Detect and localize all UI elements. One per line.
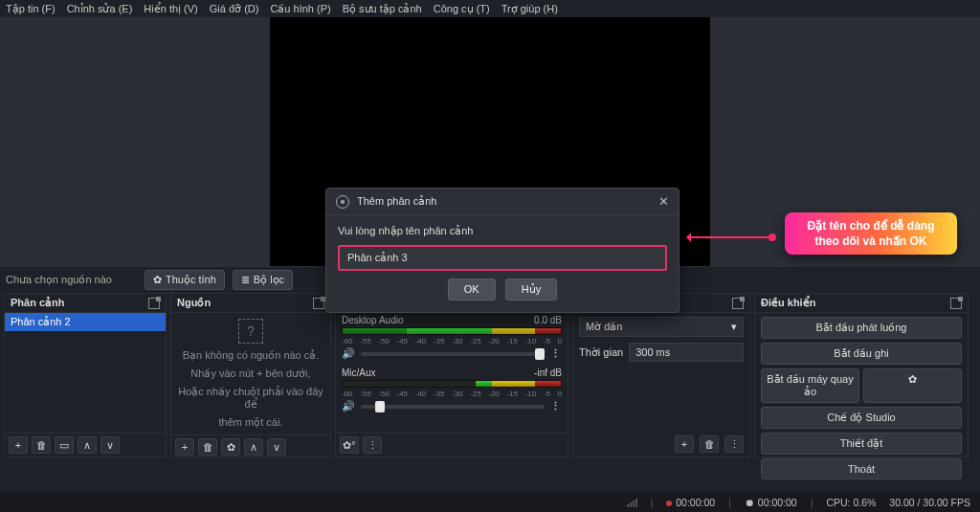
mic-meter [342, 380, 562, 388]
transition-select[interactable]: Mờ dần▾ [579, 317, 744, 337]
source-down-button[interactable]: ∨ [267, 438, 286, 456]
duration-label: Thời gian [579, 346, 623, 359]
cancel-button[interactable]: Hủy [505, 278, 557, 301]
settings-button[interactable]: Thiết đặt [761, 433, 962, 455]
ok-button[interactable]: OK [448, 278, 496, 301]
dialog-prompt: Vui lòng nhập tên phân cảnh [338, 225, 667, 237]
mic-volume-slider[interactable] [361, 405, 545, 409]
popout-icon[interactable] [732, 298, 744, 309]
scene-filters-button[interactable]: ▭ [55, 436, 74, 454]
scene-down-button[interactable]: ∨ [100, 436, 120, 454]
mic-label: Mic/Aux [342, 367, 376, 378]
remove-transition-button[interactable]: 🗑 [700, 435, 719, 453]
desktop-audio-meter [342, 327, 562, 335]
exit-button[interactable]: Thoát [761, 458, 962, 479]
menu-edit[interactable]: Chỉnh sửa (E) [67, 3, 133, 15]
close-button[interactable]: ✕ [658, 194, 669, 209]
obs-icon [336, 195, 349, 209]
desktop-volume-slider[interactable] [361, 352, 545, 356]
rec-time: ⏺ 00:00:00 [745, 497, 797, 508]
menu-scene-collection[interactable]: Bộ sưu tập cảnh [343, 3, 422, 15]
controls-title: Điều khiển [761, 297, 815, 309]
menu-file[interactable]: Tập tin (F) [6, 3, 56, 15]
live-time: 00:00:00 [666, 497, 715, 508]
menubar: Tập tin (F) Chỉnh sửa (E) Hiển thị (V) G… [0, 0, 980, 17]
status-bar: | 00:00:00 | ⏺ 00:00:00 | CPU: 0.6% 30.0… [0, 493, 980, 512]
sources-empty-line: Hoặc nhấy chuột phải vào đây để [177, 386, 324, 411]
start-vcam-button[interactable]: Bắt đầu máy quay ảo [761, 368, 859, 403]
mixer-menu-button[interactable]: ⋮ [363, 436, 382, 454]
network-icon [627, 498, 637, 507]
transitions-panel: Chuyển cảnh Mờ dần▾ Thời gian 300 ms + 🗑… [572, 293, 750, 457]
dialog-title: Thêm phân cảnh [357, 195, 651, 208]
popout-icon[interactable] [148, 298, 160, 309]
add-scene-button[interactable]: + [9, 436, 28, 454]
add-scene-dialog: Thêm phân cảnh ✕ Vui lòng nhập tên phân … [325, 188, 679, 313]
sources-empty: ? Bạn không có nguồn nào cả. Nhấy vào nú… [171, 313, 330, 434]
annotation-arrow [689, 236, 775, 238]
popout-icon[interactable] [950, 298, 962, 309]
mic-db: -inf dB [534, 367, 562, 378]
scene-name-input[interactable]: Phân cảnh 3 [338, 245, 667, 271]
live-dot-icon [666, 501, 672, 506]
cpu-usage: CPU: 0.6% [826, 497, 876, 508]
remove-source-button[interactable]: 🗑 [198, 438, 217, 456]
scenes-title: Phân cảnh [11, 297, 65, 309]
properties-button[interactable]: ✿Thuộc tính [145, 270, 225, 290]
vcam-settings-button[interactable]: ✿ [863, 368, 962, 403]
sources-panel: Nguồn ? Bạn không có nguồn nào cả. Nhấy … [170, 293, 331, 457]
speaker-icon[interactable]: 🔊 [342, 347, 355, 360]
controls-panel: Điều khiển Bắt đầu phát luồng Bắt đầu gh… [754, 293, 969, 457]
popout-icon[interactable] [313, 298, 324, 309]
scenes-panel: Phân cảnh Phân cảnh 2 + 🗑 ▭ ∧ ∨ [4, 293, 167, 457]
menu-view[interactable]: Hiển thị (V) [144, 3, 197, 15]
sources-title: Nguồn [177, 297, 211, 309]
source-up-button[interactable]: ∧ [244, 438, 263, 456]
start-record-button[interactable]: Bắt đầu ghi [761, 343, 962, 365]
menu-profile[interactable]: Cấu hình (P) [270, 3, 330, 15]
question-icon: ? [238, 319, 263, 344]
gear-icon: ✿ [153, 274, 162, 286]
chevron-down-icon: ▾ [731, 321, 737, 333]
studio-mode-button[interactable]: Chế độ Studio [761, 407, 962, 429]
menu-help[interactable]: Trợ giúp (H) [501, 3, 558, 15]
desktop-audio-db: 0.0 dB [534, 315, 562, 325]
meter-ticks: -60-55-50-45-40-35-30-25-20-15-10-50 [342, 390, 562, 398]
scene-up-button[interactable]: ∧ [78, 436, 97, 454]
source-props-button[interactable]: ✿ [221, 438, 240, 456]
start-stream-button[interactable]: Bắt đầu phát luồng [761, 317, 962, 339]
fps: 30.00 / 30.00 FPS [889, 497, 970, 508]
filter-icon: ≣ [241, 274, 250, 286]
scene-item[interactable]: Phân cảnh 2 [5, 313, 166, 331]
speaker-icon[interactable]: 🔊 [342, 400, 355, 412]
annotation-callout: Đặt tên cho để dễ dàng theo dõi và nhấn … [785, 212, 957, 255]
docks-row: Phân cảnh Phân cảnh 2 + 🗑 ▭ ∧ ∨ Nguồn ? … [0, 293, 980, 457]
desktop-audio-label: Desktop Audio [342, 315, 404, 325]
remove-scene-button[interactable]: 🗑 [32, 436, 51, 454]
sources-empty-line: Nhấy vào nút + bên dưới, [190, 367, 310, 380]
menu-tools[interactable]: Công cụ (T) [434, 3, 490, 15]
desktop-menu-button[interactable]: ⋮ [550, 347, 562, 360]
transition-menu-button[interactable]: ⋮ [724, 435, 744, 453]
advanced-audio-button[interactable]: ✿° [340, 436, 359, 454]
add-transition-button[interactable]: + [675, 435, 694, 453]
duration-input[interactable]: 300 ms [629, 343, 744, 362]
no-source-label: Chưa chọn nguồn nào [6, 274, 112, 286]
add-source-button[interactable]: + [175, 438, 194, 456]
menu-dock[interactable]: Giá đỡ (D) [210, 3, 259, 15]
sources-empty-line: Bạn không có nguồn nào cả. [183, 349, 320, 362]
mixer-panel: Bộ lọc âm thanh Desktop Audio0.0 dB -60-… [335, 293, 568, 457]
filters-button[interactable]: ≣Bộ lọc [233, 270, 293, 290]
mic-menu-button[interactable]: ⋮ [550, 400, 562, 412]
sources-empty-line: thêm một cái. [219, 416, 283, 429]
meter-ticks: -60-55-50-45-40-35-30-25-20-15-10-50 [342, 337, 562, 345]
